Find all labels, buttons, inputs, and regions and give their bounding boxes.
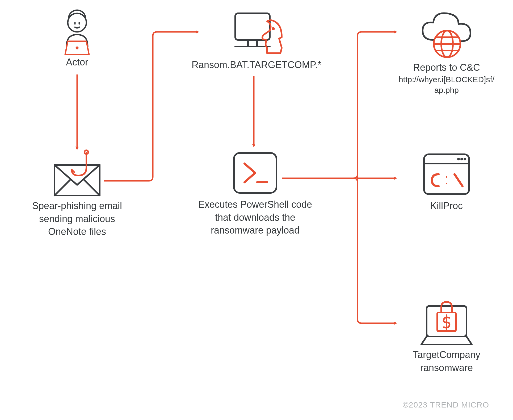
c2-label: Reports to C&C bbox=[391, 61, 502, 74]
svg-point-10 bbox=[272, 28, 274, 30]
svg-line-25 bbox=[455, 174, 462, 186]
ransomware-laptop-icon bbox=[416, 293, 477, 348]
actor-label: Actor bbox=[51, 56, 104, 69]
phishing-label: Spear-phishing email sending malicious O… bbox=[24, 199, 130, 238]
bat-label: Ransom.BAT.TARGETCOMP.* bbox=[183, 59, 330, 72]
terminal-icon bbox=[229, 148, 282, 198]
node-powershell: Executes PowerShell code that downloads … bbox=[197, 148, 314, 237]
svg-point-20 bbox=[458, 159, 459, 160]
node-actor: Actor bbox=[51, 8, 104, 69]
svg-point-3 bbox=[76, 47, 78, 49]
program-window-icon bbox=[419, 149, 474, 199]
arrow-to-ransomware bbox=[358, 319, 396, 323]
node-killproc: KillProc bbox=[401, 149, 492, 213]
copyright-text: ©2023 TREND MICRO bbox=[403, 400, 489, 409]
ransomware-label: TargetCompany ransomware bbox=[396, 348, 497, 374]
trojan-computer-icon bbox=[227, 8, 286, 59]
node-ransomware: TargetCompany ransomware bbox=[396, 293, 497, 374]
node-bat: Ransom.BAT.TARGETCOMP.* bbox=[183, 8, 330, 72]
c2-url-line1: http://whyer.i[BLOCKED]sf/ bbox=[391, 74, 502, 85]
node-phishing: Spear-phishing email sending malicious O… bbox=[24, 149, 130, 238]
killproc-label: KillProc bbox=[401, 199, 492, 213]
svg-rect-4 bbox=[54, 165, 100, 196]
arrow-to-c2 bbox=[358, 32, 396, 36]
svg-point-21 bbox=[461, 159, 462, 160]
svg-point-23 bbox=[446, 176, 447, 178]
node-c2: Reports to C&C http://whyer.i[BLOCKED]sf… bbox=[391, 8, 502, 96]
powershell-label: Executes PowerShell code that downloads … bbox=[197, 198, 314, 237]
svg-rect-18 bbox=[424, 154, 469, 194]
c2-url-line2: ap.php bbox=[391, 85, 502, 96]
attack-chain-diagram: Actor Spear-phishing email sending malic… bbox=[0, 0, 513, 420]
phishing-email-icon bbox=[48, 149, 106, 199]
svg-point-24 bbox=[446, 183, 447, 184]
svg-point-0 bbox=[68, 13, 86, 32]
cloud-c2-icon bbox=[417, 8, 476, 61]
svg-point-22 bbox=[464, 159, 465, 160]
svg-rect-6 bbox=[235, 13, 270, 40]
actor-icon bbox=[56, 8, 98, 56]
